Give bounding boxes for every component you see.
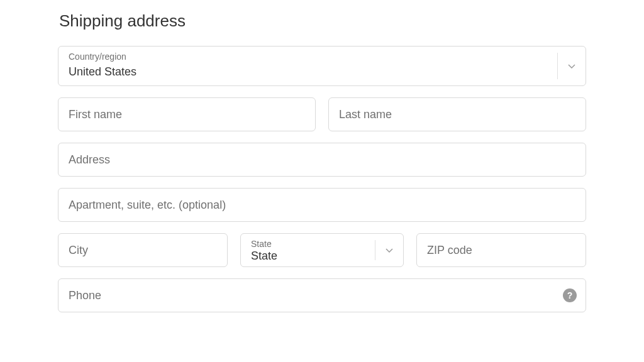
state-select[interactable]: State State [240,233,404,267]
phone-field[interactable]: Phone ? [58,278,586,312]
zip-field[interactable]: ZIP code [416,233,586,267]
state-value: State [251,250,277,263]
help-icon[interactable]: ? [563,288,577,302]
divider [557,53,558,79]
first-name-placeholder: First name [69,108,122,121]
shipping-address-form: Shipping address Country/region United S… [58,11,586,362]
last-name-placeholder: Last name [339,108,392,121]
country-value: United States [69,65,136,79]
divider [375,240,375,260]
apartment-placeholder: Apartment, suite, etc. (optional) [69,199,226,212]
city-placeholder: City [69,244,88,257]
page-title: Shipping address [59,11,586,31]
apartment-field[interactable]: Apartment, suite, etc. (optional) [58,188,586,222]
last-name-field[interactable]: Last name [328,97,586,131]
country-label: Country/region [69,52,126,62]
chevron-down-icon [567,62,576,70]
first-name-field[interactable]: First name [58,97,316,131]
country-select[interactable]: Country/region United States [58,46,586,86]
state-label: State [251,239,272,249]
address-placeholder: Address [69,153,110,167]
phone-placeholder: Phone [69,289,101,302]
chevron-down-icon [385,246,394,255]
city-field[interactable]: City [58,233,228,267]
zip-placeholder: ZIP code [427,244,472,257]
address-field[interactable]: Address [58,143,586,177]
